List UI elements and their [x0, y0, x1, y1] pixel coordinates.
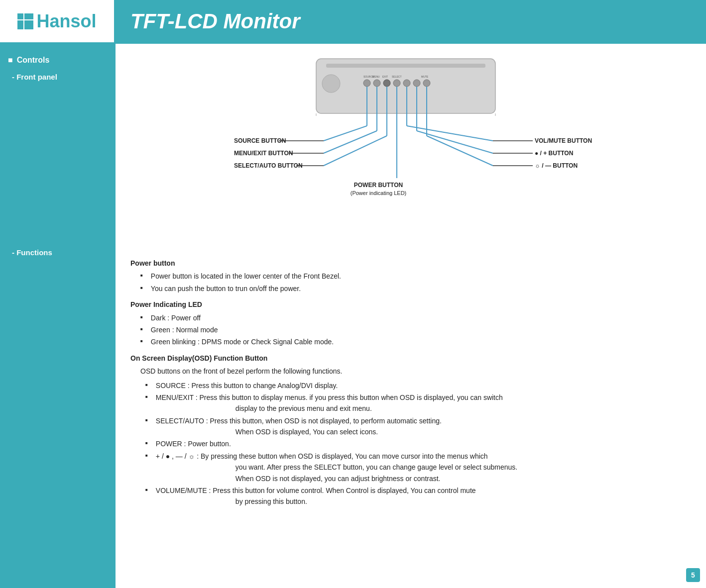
- osd-item-1b: display to the previous menu and exit me…: [156, 403, 372, 414]
- power-btn-item-2: You can push the button to trun on/off t…: [151, 283, 301, 294]
- osd-item-9: VOLUME/MUTE : Press this button for volu…: [156, 485, 476, 507]
- power-led-list: Dark : Power off Green : Normal mode Gre…: [130, 312, 691, 348]
- svg-text:VOL/MUTE BUTTON: VOL/MUTE BUTTON: [535, 137, 592, 144]
- svg-rect-5: [326, 64, 485, 68]
- svg-text:MENU: MENU: [372, 75, 380, 78]
- osd-item-3: SELECT/AUTO : Press this button, when OS…: [156, 415, 442, 438]
- svg-text:● / +  BUTTON: ● / + BUTTON: [535, 150, 573, 157]
- svg-rect-7: [363, 80, 370, 87]
- svg-rect-12: [413, 80, 420, 87]
- svg-text:SOURCE BUTTON: SOURCE BUTTON: [234, 137, 286, 144]
- list-item: SOURCE : Press this button to change Ana…: [145, 380, 691, 391]
- svg-point-6: [322, 75, 340, 93]
- header: Hansol TFT-LCD Monitor: [0, 0, 706, 44]
- osd-item-5: POWER : Power button.: [156, 438, 231, 449]
- osd-intro: OSD buttons on the front of bezel perfor…: [130, 366, 691, 377]
- functions-content: Power button Power button is located in …: [130, 258, 691, 507]
- list-item: POWER : Power button.: [145, 438, 691, 449]
- power-button-list: Power button is located in the lower cen…: [130, 271, 691, 294]
- osd-item-6b: you want. After press the SELECT button,…: [156, 462, 517, 473]
- controls-bullet: ■: [8, 56, 13, 65]
- logo-icon: [17, 13, 33, 29]
- header-title-area: TFT-LCD Monitor: [116, 0, 706, 42]
- osd-item-0: SOURCE : Press this button to change Ana…: [156, 380, 338, 391]
- power-led-heading: Power Indicating LED: [130, 299, 691, 310]
- svg-rect-0: [17, 13, 23, 19]
- diagram-wrapper: SOURCE MENU EXIT SELECT MUTE: [224, 54, 597, 243]
- svg-text:MENU/EXIT BUTTON: MENU/EXIT BUTTON: [234, 150, 293, 157]
- osd-list: SOURCE : Press this button to change Ana…: [130, 380, 691, 507]
- svg-rect-2: [17, 20, 23, 29]
- osd-item-6: + / ● , — / ☼ : By pressing these button…: [156, 451, 517, 484]
- list-item: Power button is located in the lower cen…: [140, 271, 691, 282]
- svg-text:SELECT/AUTO BUTTON: SELECT/AUTO BUTTON: [234, 162, 303, 169]
- svg-rect-10: [393, 80, 400, 87]
- logo-text: Hansol: [36, 11, 96, 32]
- page-number-badge: 5: [686, 568, 700, 582]
- svg-rect-3: [24, 20, 33, 29]
- controls-label: Controls: [17, 56, 50, 65]
- svg-line-22: [324, 126, 367, 141]
- list-item: VOLUME/MUTE : Press this button for volu…: [145, 485, 691, 507]
- logo-area: Hansol: [0, 0, 116, 42]
- svg-rect-1: [24, 13, 33, 19]
- main-layout: ■ Controls - Front panel - Functions: [0, 44, 706, 588]
- sidebar-item-front-panel: - Front panel: [0, 69, 116, 85]
- list-item: MENU/EXIT : Press this button to display…: [145, 392, 691, 414]
- led-item-2: Green : Normal mode: [151, 324, 218, 335]
- sidebar: ■ Controls - Front panel - Functions: [0, 44, 116, 588]
- svg-rect-9: [383, 80, 390, 87]
- svg-text:EXIT: EXIT: [382, 75, 388, 78]
- content-area: SOURCE MENU EXIT SELECT MUTE: [116, 44, 706, 588]
- osd-item-9b: by pressing this button.: [156, 496, 307, 507]
- led-item-3: Green blinking : DPMS mode or Check Sign…: [151, 336, 334, 347]
- list-item: Green : Normal mode: [140, 324, 691, 335]
- list-item: You can push the button to trun on/off t…: [140, 283, 691, 294]
- svg-text:POWER BUTTON: POWER BUTTON: [354, 182, 403, 189]
- functions-label: - Functions: [12, 248, 52, 257]
- power-btn-item-1: Power button is located in the lower cen…: [151, 271, 341, 282]
- page-title: TFT-LCD Monitor: [130, 9, 300, 33]
- logo: Hansol: [17, 11, 96, 32]
- osd-item-6c: When OSD is not displayed, you can adjus…: [156, 473, 441, 484]
- sidebar-spacer: [0, 85, 116, 244]
- osd-heading: On Screen Display(OSD) Function Button: [130, 353, 691, 364]
- led-item-1: Dark : Power off: [151, 312, 201, 323]
- sidebar-item-functions: - Functions: [0, 244, 116, 261]
- svg-line-24: [324, 131, 377, 153]
- front-panel-label: - Front panel: [12, 73, 57, 81]
- osd-item-3b: When OSD is displayed, You can select ic…: [156, 426, 378, 437]
- list-item: Dark : Power off: [140, 312, 691, 323]
- power-button-heading: Power button: [130, 258, 691, 269]
- svg-text:MUTE: MUTE: [421, 75, 429, 78]
- list-item: Green blinking : DPMS mode or Check Sign…: [140, 336, 691, 347]
- svg-rect-8: [373, 80, 380, 87]
- svg-line-29: [407, 126, 493, 141]
- monitor-diagram: SOURCE MENU EXIT SELECT MUTE: [224, 54, 597, 240]
- list-item: + / ● , — / ☼ : By pressing these button…: [145, 451, 691, 484]
- osd-item-1: MENU/EXIT : Press this button to display…: [156, 392, 503, 414]
- svg-rect-11: [403, 80, 410, 87]
- sidebar-item-controls: ■ Controls: [0, 52, 116, 69]
- svg-text:(Power indicating LED): (Power indicating LED): [351, 190, 407, 196]
- svg-text:SELECT: SELECT: [392, 75, 401, 78]
- svg-rect-13: [423, 80, 430, 87]
- svg-text:☼ / —  BUTTON: ☼ / — BUTTON: [535, 162, 578, 169]
- diagram-area: SOURCE MENU EXIT SELECT MUTE: [130, 54, 691, 248]
- list-item: SELECT/AUTO : Press this button, when OS…: [145, 415, 691, 438]
